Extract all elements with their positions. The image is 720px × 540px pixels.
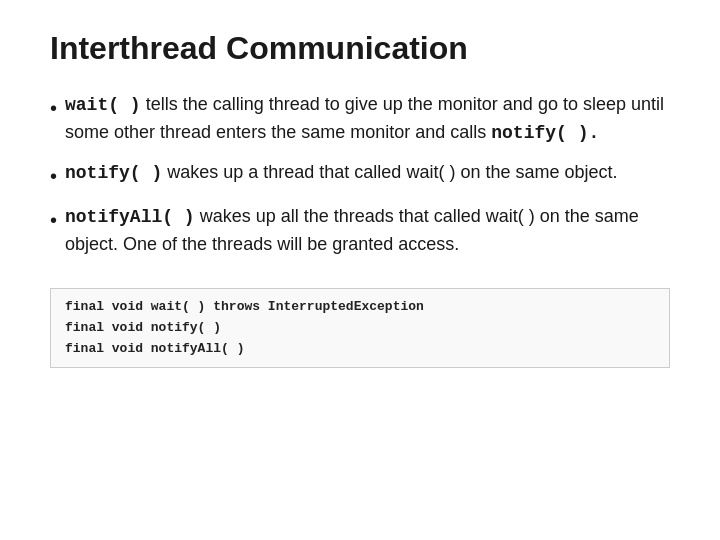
bullet-item-notifyall: • notifyAll( ) wakes up all the threads …: [50, 203, 670, 258]
bullet-symbol-3: •: [50, 205, 57, 235]
keyword-notifyall: notifyAll( ): [65, 207, 195, 227]
code-block: final void wait( ) throws InterruptedExc…: [50, 288, 670, 368]
keyword-notify-end: notify( ).: [491, 123, 599, 143]
bullet-item-notify: • notify( ) wakes up a thread that calle…: [50, 159, 670, 191]
bullet-body-notify: wakes up a thread that called wait( ) on…: [162, 162, 617, 182]
bullet-symbol-1: •: [50, 93, 57, 123]
slide-title: Interthread Communication: [50, 30, 670, 67]
code-line-3: final void notifyAll( ): [65, 339, 655, 360]
slide: Interthread Communication • wait( ) tell…: [0, 0, 720, 540]
bullet-text-notifyall: notifyAll( ) wakes up all the threads th…: [65, 203, 670, 258]
bullet-symbol-2: •: [50, 161, 57, 191]
code-line-1: final void wait( ) throws InterruptedExc…: [65, 297, 655, 318]
keyword-notify: notify( ): [65, 163, 162, 183]
bullet-item-wait: • wait( ) tells the calling thread to gi…: [50, 91, 670, 147]
content-area: • wait( ) tells the calling thread to gi…: [50, 91, 670, 510]
keyword-wait: wait( ): [65, 95, 141, 115]
bullet-text-notify: notify( ) wakes up a thread that called …: [65, 159, 670, 187]
bullet-text-wait: wait( ) tells the calling thread to give…: [65, 91, 670, 147]
code-line-2: final void notify( ): [65, 318, 655, 339]
